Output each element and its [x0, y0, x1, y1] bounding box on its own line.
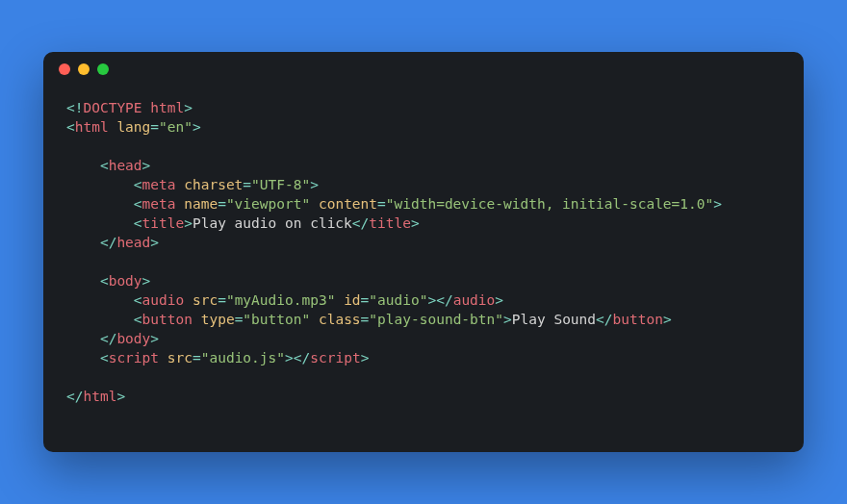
punct: </ [66, 389, 83, 404]
punct: </ [294, 350, 310, 365]
punct: < [100, 273, 109, 289]
punct: > [142, 273, 151, 289]
code-line: </html> [66, 387, 781, 406]
code-line: </body> [66, 329, 781, 348]
punct: < [100, 158, 109, 173]
eq: = [192, 350, 201, 365]
code-line: </head> [66, 233, 781, 252]
string: "audio" [369, 292, 427, 308]
string: "width=device-width, initial-scale=1.0" [386, 196, 713, 212]
punct: </ [596, 312, 612, 327]
punct: < [134, 177, 142, 192]
code-editor-window: <!DOCTYPE html><html lang="en"> <head> <… [43, 52, 804, 452]
code-line: <html lang="en"> [66, 117, 781, 137]
punct: > [663, 312, 672, 327]
tag: body [116, 331, 150, 346]
eq: = [243, 177, 251, 192]
space [176, 177, 185, 192]
code-line: <title>Play audio on click</title> [66, 214, 781, 233]
string: "UTF-8" [251, 177, 310, 192]
string: "myAudio.mp3" [226, 292, 336, 308]
space [192, 312, 201, 327]
punct: <! [66, 100, 83, 115]
punct: > [713, 196, 722, 212]
punct: > [310, 177, 319, 192]
tag: title [142, 215, 185, 231]
space [335, 292, 344, 308]
punct: </ [100, 235, 116, 250]
punct: > [116, 389, 125, 404]
punct: > [427, 292, 436, 308]
tag: html [83, 389, 116, 404]
tag: meta [142, 196, 176, 212]
code-line: <audio src="myAudio.mp3" id="audio"></au… [66, 290, 781, 310]
space [310, 196, 319, 212]
tag: body [109, 273, 142, 289]
window-titlebar [43, 52, 804, 87]
punct: </ [436, 292, 452, 308]
doctype: DOCTYPE html [83, 100, 184, 115]
punct: > [184, 100, 192, 115]
code-line: <button type="button" class="play-sound-… [66, 310, 781, 329]
code-content: <!DOCTYPE html><html lang="en"> <head> <… [43, 87, 804, 417]
punct: > [192, 119, 201, 135]
punct: </ [100, 331, 116, 346]
punct: > [411, 215, 420, 231]
punct: > [361, 350, 370, 365]
tag: button [613, 312, 663, 327]
blank-line [66, 137, 781, 156]
eq: = [218, 292, 226, 308]
close-icon[interactable] [59, 63, 70, 75]
attr: name [184, 196, 218, 212]
punct: > [142, 158, 151, 173]
code-line: <script src="audio.js"></script> [66, 348, 781, 367]
tag: button [142, 312, 192, 327]
tag: title [369, 215, 411, 231]
attr: charset [184, 177, 243, 192]
punct: < [134, 312, 142, 327]
code-line: <meta name="viewport" content="width=dev… [66, 194, 781, 214]
eq: = [377, 196, 386, 212]
code-line: <head> [66, 156, 781, 175]
minimize-icon[interactable] [78, 63, 90, 75]
blank-line [66, 252, 781, 271]
eq: = [150, 119, 159, 135]
attr: class [319, 312, 361, 327]
punct: > [184, 215, 192, 231]
attr: src [167, 350, 192, 365]
punct: < [100, 350, 109, 365]
space [176, 196, 185, 212]
text: Play audio on click [192, 215, 352, 231]
space [184, 292, 192, 308]
string: "audio.js" [201, 350, 285, 365]
punct: > [503, 312, 512, 327]
string: "button" [243, 312, 310, 327]
tag: html [75, 119, 109, 135]
attr: id [344, 292, 360, 308]
string: "en" [159, 119, 192, 135]
tag: script [310, 350, 360, 365]
punct: < [134, 292, 142, 308]
tag: script [109, 350, 159, 365]
text: Play Sound [512, 312, 596, 327]
code-line: <body> [66, 271, 781, 290]
attr: lang [116, 119, 150, 135]
blank-line [66, 367, 781, 387]
space [159, 350, 167, 365]
tag: head [109, 158, 142, 173]
tag: audio [453, 292, 496, 308]
code-line: <meta charset="UTF-8"> [66, 175, 781, 194]
attr: src [192, 292, 218, 308]
punct: > [285, 350, 294, 365]
tag: head [116, 235, 150, 250]
maximize-icon[interactable] [97, 63, 109, 75]
string: "viewport" [226, 196, 310, 212]
punct: < [134, 196, 142, 212]
code-line: <!DOCTYPE html> [66, 98, 781, 117]
punct: </ [352, 215, 369, 231]
eq: = [218, 196, 226, 212]
punct: < [134, 215, 142, 231]
punct: < [66, 119, 75, 135]
attr: content [319, 196, 377, 212]
attr: type [201, 312, 235, 327]
